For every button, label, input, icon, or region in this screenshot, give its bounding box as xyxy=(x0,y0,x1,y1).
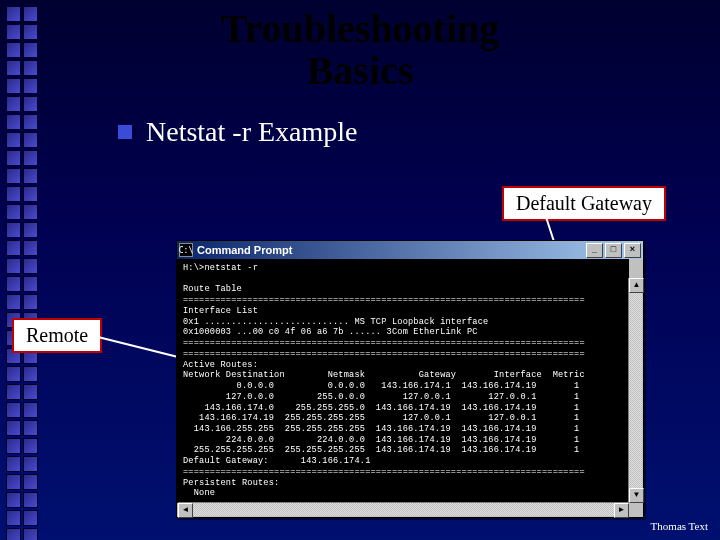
window-icon-glyph: C:\ xyxy=(179,246,193,255)
command-prompt-window: C:\ Command Prompt _ □ × H:\>netstat -r … xyxy=(176,240,644,518)
window-icon: C:\ xyxy=(179,243,193,257)
window-title: Command Prompt xyxy=(197,244,586,256)
maximize-button[interactable]: □ xyxy=(605,243,622,258)
pointer-line-remote xyxy=(90,334,188,360)
slide-title: Troubleshooting Basics xyxy=(0,8,720,92)
bullet-item: Netstat -r Example xyxy=(118,116,357,148)
callout-gateway-label: Default Gateway xyxy=(516,192,652,214)
scroll-left-button[interactable]: ◄ xyxy=(178,503,193,518)
callout-default-gateway: Default Gateway xyxy=(502,186,666,221)
terminal-area: H:\>netstat -r Route Table =============… xyxy=(177,259,643,517)
window-buttons: _ □ × xyxy=(586,243,641,258)
minimize-button[interactable]: _ xyxy=(586,243,603,258)
scroll-down-button[interactable]: ▼ xyxy=(629,488,644,503)
scroll-right-button[interactable]: ► xyxy=(614,503,629,518)
title-line-1: Troubleshooting xyxy=(221,6,500,51)
scrollbar-vertical[interactable]: ▲ ▼ xyxy=(628,278,642,503)
footer-text: Thomas Text xyxy=(651,520,708,532)
close-button[interactable]: × xyxy=(624,243,641,258)
slide: // will be overridden below after data l… xyxy=(0,0,720,540)
bullet-text: Netstat -r Example xyxy=(146,116,357,148)
scroll-up-button[interactable]: ▲ xyxy=(629,278,644,293)
title-line-2: Basics xyxy=(307,48,414,93)
scrollbar-horizontal[interactable]: ◄ ► xyxy=(178,502,629,516)
bullet-icon xyxy=(118,125,132,139)
callout-remote-label: Remote xyxy=(26,324,88,346)
window-titlebar: C:\ Command Prompt _ □ × xyxy=(177,241,643,259)
terminal-output: H:\>netstat -r Route Table =============… xyxy=(177,259,629,503)
